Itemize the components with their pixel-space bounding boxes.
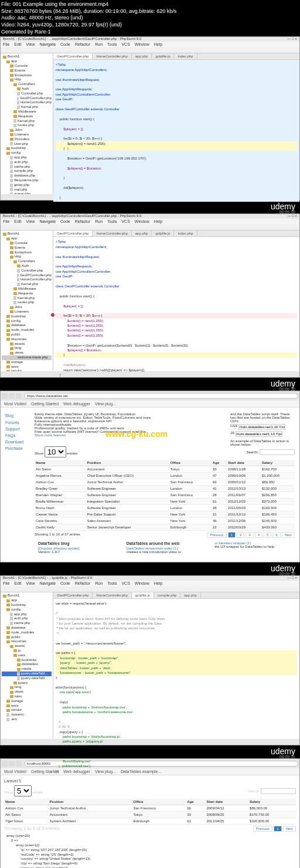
menu-file[interactable]: File [3, 581, 9, 586]
table-row[interactable]: Bradley GreerSoftware EngineerLondon4120… [35, 486, 295, 492]
nav-forums[interactable]: Forums [5, 419, 30, 426]
code-editor[interactable]: <?php namespace App\Http\Controllers; us… [53, 237, 299, 384]
tab-geoip[interactable]: GeoIPController.php [53, 230, 93, 236]
page-2[interactable]: 2 [237, 532, 244, 538]
page-1[interactable]: 1 [228, 532, 236, 538]
table-row[interactable]: Cara StevensSales AssistantNew York46201… [35, 518, 295, 524]
menu-window[interactable]: Window [135, 42, 149, 47]
menu-file[interactable]: File [3, 219, 9, 224]
col-startdate[interactable]: Start date [205, 799, 248, 805]
menu-tools[interactable]: Tools [107, 219, 117, 224]
menu-view[interactable]: View [26, 219, 35, 224]
page-6[interactable]: 6 [272, 532, 280, 538]
col-startdate[interactable]: Start date [227, 460, 261, 466]
reload-button[interactable] [16, 761, 22, 767]
menu-window[interactable]: Window [135, 581, 149, 586]
nav-purchase[interactable]: Purchase [5, 445, 30, 452]
bookmark[interactable]: Web debugger [63, 402, 90, 406]
toolbar[interactable] [1, 225, 299, 230]
window-controls[interactable]: — □ × [288, 37, 297, 42]
back-button[interactable] [2, 761, 8, 767]
search-input[interactable] [261, 788, 296, 794]
table-row[interactable]: Brenden WagnerSoftware EngineerSan Franc… [35, 492, 295, 499]
menu-vcs[interactable]: VCS [121, 581, 129, 586]
bookmark[interactable]: Most Visited [4, 402, 26, 406]
bookmark[interactable]: Most Visited [4, 769, 26, 774]
menu-edit[interactable]: Edit [14, 581, 21, 586]
nav-blog[interactable]: Blog [5, 412, 30, 419]
toolbar[interactable] [1, 48, 299, 53]
window-controls[interactable]: — □ × [288, 576, 297, 581]
menu-navigate[interactable]: Navigate [39, 581, 56, 586]
menu-edit[interactable]: Edit [14, 42, 21, 47]
tab[interactable]: app.php [180, 592, 201, 598]
entries-select[interactable]: 5 [14, 785, 32, 796]
menu-file[interactable]: File [3, 42, 9, 47]
next-button[interactable]: Next [282, 532, 295, 538]
menu-run[interactable]: Run [95, 219, 103, 224]
tab-index[interactable]: index.php [174, 230, 197, 236]
project-tree[interactable]: Bunch1 app Console Events Exceptions Htt… [1, 230, 53, 371]
window-controls[interactable]: — □ × [288, 214, 297, 219]
table-row[interactable]: Bruno NashSoftware EngineerLondon382011/… [35, 505, 295, 511]
table-row[interactable]: Airi SatouAccountantTokyo332008/11/28$16… [35, 466, 295, 473]
menu-help[interactable]: Help [154, 219, 162, 224]
menu-tools[interactable]: Tools [107, 581, 117, 586]
menu-vcs[interactable]: VCS [121, 42, 129, 47]
col-name[interactable]: Name [35, 460, 86, 466]
col-age[interactable]: Age [212, 460, 227, 466]
prev-button[interactable]: Previous [207, 532, 226, 538]
entries-select[interactable]: 10 [45, 446, 66, 457]
table-row[interactable]: Cedric KellySenior Javascript DeveloperE… [35, 524, 295, 531]
menu-help[interactable]: Help [154, 581, 162, 586]
menu-refactor[interactable]: Refactor [75, 42, 90, 47]
forward-button[interactable] [9, 393, 15, 399]
next-button[interactable]: Next [283, 826, 296, 832]
col-office[interactable]: Office [132, 799, 186, 805]
bookmark[interactable]: Getting Started [31, 402, 59, 406]
reload-button[interactable] [16, 393, 22, 399]
menu-edit[interactable]: Edit [14, 219, 21, 224]
tab[interactable]: GeoIPController.php [53, 592, 93, 598]
page-3[interactable]: 3 [246, 532, 253, 538]
col-salary[interactable]: Salary [248, 799, 296, 805]
menu-view[interactable]: View [26, 581, 35, 586]
tab-gulp[interactable]: gulpfile.js [152, 230, 174, 236]
menu-vcs[interactable]: VCS [121, 219, 129, 224]
tab-index[interactable]: index.php [174, 53, 197, 59]
table-row[interactable]: Tiger NixonSystem ArchitectEdinburgh6120… [4, 818, 296, 825]
tab-home[interactable]: HomeController.php [93, 230, 131, 236]
toolbar[interactable] [1, 586, 299, 592]
project-tree[interactable]: Bunch1 app Console Events Exceptions Htt… [1, 53, 53, 194]
menu-help[interactable]: Help [154, 42, 162, 47]
back-button[interactable] [2, 393, 8, 399]
tab-geoip[interactable]: GeoIPController.php [53, 53, 93, 59]
menu-code[interactable]: Code [60, 42, 70, 47]
menu-tools[interactable]: Tools [107, 42, 117, 47]
col-age[interactable]: Age [186, 799, 205, 805]
menu-run[interactable]: Run [95, 581, 103, 586]
tab-gulpfile[interactable]: gulpfile.js [132, 592, 154, 598]
col-position[interactable]: Position [86, 460, 169, 466]
menu-run[interactable]: Run [95, 42, 103, 47]
menu-code[interactable]: Code [60, 219, 70, 224]
table-row[interactable]: Ashton CoxJunior Technical AuthorSan Fra… [4, 805, 296, 812]
bookmark[interactable]: View plug... [95, 402, 116, 406]
tab-home[interactable]: HomeController.php [93, 53, 131, 59]
page-4[interactable]: 4 [255, 532, 262, 538]
tab[interactable]: compile.php [154, 592, 180, 598]
menu-code[interactable]: Code [60, 581, 70, 586]
table-row[interactable]: Caesar VancePre-Sales SupportNew York212… [35, 511, 295, 518]
page-1[interactable]: 1 [274, 826, 281, 832]
col-position[interactable]: Position [49, 799, 132, 805]
table-row[interactable]: Brielle WilliamsonIntegration Specialist… [35, 499, 295, 505]
tab[interactable]: HomeController.php [93, 592, 131, 598]
css-input[interactable] [238, 424, 285, 430]
menu-window[interactable]: Window [135, 219, 149, 224]
address-bar[interactable]: https://www.datatables.net [24, 393, 298, 399]
code-editor[interactable]: <?php namespace App\Http\Controllers; us… [53, 60, 299, 207]
tab-app[interactable]: app.php [132, 230, 152, 236]
col-office[interactable]: Office [169, 460, 212, 466]
table-row[interactable]: Angelica RamosChief Executive Officer (C… [35, 473, 295, 479]
project-tree[interactable]: Bunch1 app bootstrap config app.php auth… [1, 592, 53, 739]
